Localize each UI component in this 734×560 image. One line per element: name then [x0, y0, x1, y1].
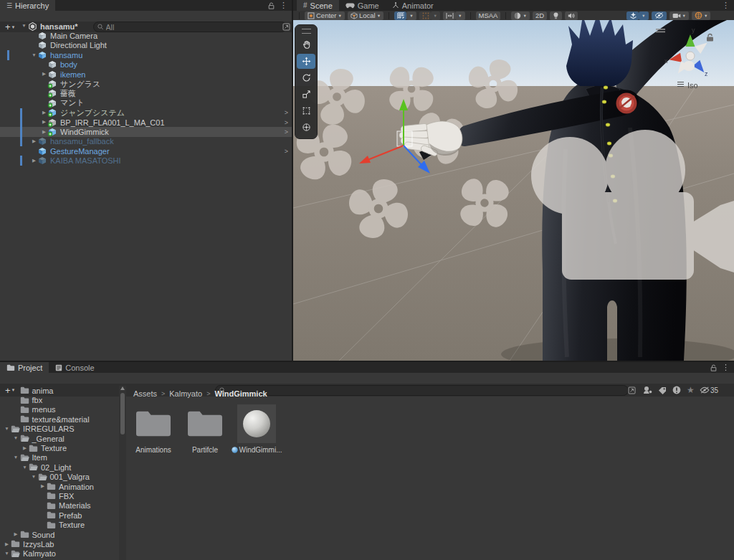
hierarchy-item-row[interactable]: ▶ikemen: [0, 70, 292, 79]
project-folder-row[interactable]: ▼02_Light: [0, 462, 119, 472]
hierarchy-item-row[interactable]: ▶KAIBA MASATOSHI: [0, 156, 292, 165]
hand-tool-button[interactable]: [297, 37, 315, 52]
scene-camera-button[interactable]: ▼: [669, 11, 689, 20]
grid-snap-button[interactable]: [394, 11, 406, 20]
hierarchy-item-row[interactable]: ▼hansamu*: [0, 22, 292, 31]
panel-menu-icon[interactable]: ⋮: [722, 364, 730, 371]
hierarchy-item-row[interactable]: ▶ジャンプシステム>: [0, 108, 292, 118]
expand-arrow-icon[interactable]: ▶: [21, 446, 29, 451]
project-folder-row[interactable]: ▶IzzysLab: [0, 539, 119, 549]
msaa-button[interactable]: MSAA: [476, 11, 501, 20]
project-folder-row[interactable]: menus: [0, 405, 119, 414]
increment-snap-button[interactable]: [419, 11, 431, 20]
project-folder-row[interactable]: ▼Kalmyato: [0, 549, 119, 559]
breadcrumb-kalmyato[interactable]: Kalmyato: [169, 389, 202, 398]
expand-arrow-icon[interactable]: ▼: [21, 465, 29, 470]
project-folder-row[interactable]: ▶Texture: [0, 443, 119, 452]
scroll-up-icon[interactable]: [120, 386, 125, 390]
transform-tool-button[interactable]: [297, 120, 315, 135]
project-folder-row[interactable]: texture&material: [0, 414, 119, 424]
breadcrumb-assets[interactable]: Assets: [133, 389, 157, 398]
tab-game[interactable]: Game: [339, 0, 386, 11]
draw-mode-button[interactable]: ▼: [511, 11, 529, 20]
scroll-thumb[interactable]: [120, 393, 125, 435]
tree-scrollbar[interactable]: [119, 386, 126, 560]
tab-scene[interactable]: # Scene: [297, 0, 339, 11]
orientation-mode-button[interactable]: Local▼: [348, 11, 383, 20]
hierarchy-item-row[interactable]: Main Camera: [0, 31, 292, 40]
breadcrumb-windgimmick[interactable]: WindGimmick: [214, 389, 267, 398]
expand-arrow-icon[interactable]: ▶: [40, 110, 48, 115]
project-folder-row[interactable]: ▼001_Valgra: [0, 473, 119, 482]
increment-snap-dropdown[interactable]: ▼: [431, 11, 440, 20]
rect-tool-button[interactable]: [297, 103, 315, 118]
tab-animator[interactable]: Animator: [386, 0, 440, 11]
hidden-objects-button[interactable]: [652, 11, 667, 20]
expand-arrow-icon[interactable]: ▶: [40, 120, 48, 125]
asset-item[interactable]: WindGimmi...: [234, 404, 279, 454]
scene-viewport[interactable]: y x z Iso: [293, 20, 734, 361]
expand-arrow-icon[interactable]: ▶: [30, 139, 38, 144]
overlay-drag-handle[interactable]: [302, 29, 311, 34]
panel-menu-icon[interactable]: ⋮: [280, 1, 287, 9]
expand-arrow-icon[interactable]: ▼: [30, 53, 38, 58]
expand-arrow-icon[interactable]: ▶: [40, 130, 48, 135]
hierarchy-item-row[interactable]: Directional Light: [0, 41, 292, 50]
scene-lighting-button[interactable]: [550, 11, 562, 20]
hierarchy-item-row[interactable]: ▼hansamu: [0, 50, 292, 60]
expand-arrow-icon[interactable]: ▼: [3, 427, 11, 432]
hierarchy-item-row[interactable]: マント: [0, 98, 292, 108]
hierarchy-item-row[interactable]: ▶WindGimmick>: [0, 127, 292, 136]
2d-mode-button[interactable]: 2D: [533, 11, 547, 20]
expand-arrow-icon[interactable]: ▼: [3, 551, 11, 556]
prefab-chevron-icon[interactable]: >: [285, 109, 292, 116]
lock-icon[interactable]: [268, 2, 275, 9]
expand-arrow-icon[interactable]: ▶: [3, 542, 11, 547]
hierarchy-item-row[interactable]: GestureManager>: [0, 146, 292, 156]
panel-menu-icon[interactable]: ⋮: [722, 1, 730, 9]
tab-project[interactable]: Project: [0, 362, 49, 373]
expand-arrow-icon[interactable]: ▶: [39, 484, 47, 489]
project-folder-row[interactable]: FBX: [0, 491, 119, 500]
scene-audio-button[interactable]: [565, 11, 578, 20]
move-snap-button[interactable]: [443, 11, 455, 20]
expand-arrow-icon[interactable]: ▶: [40, 72, 48, 77]
effects-button[interactable]: [626, 11, 639, 20]
pivot-mode-button[interactable]: Center▼: [305, 11, 345, 20]
project-folder-row[interactable]: Prefab: [0, 511, 119, 520]
scale-tool-button[interactable]: [297, 87, 315, 102]
project-folder-row[interactable]: ▶Sound: [0, 530, 119, 539]
gizmos-button[interactable]: ▼: [692, 11, 710, 20]
prefab-chevron-icon[interactable]: >: [285, 148, 292, 155]
prefab-chevron-icon[interactable]: >: [285, 128, 292, 136]
hierarchy-item-row[interactable]: ▶hansamu_fallback: [0, 137, 292, 146]
hierarchy-item-row[interactable]: ▶BP_IRR_FLA001_L_MA_C01>: [0, 118, 292, 127]
expand-arrow-icon[interactable]: ▼: [12, 436, 20, 441]
effects-dropdown[interactable]: ▼: [639, 11, 648, 20]
project-folder-row[interactable]: fbx: [0, 395, 119, 404]
project-folder-row[interactable]: ▼IRREGULARS: [0, 424, 119, 434]
expand-arrow-icon[interactable]: ▼: [30, 475, 38, 480]
project-folder-row[interactable]: anima: [0, 386, 119, 395]
project-folder-row[interactable]: ▶Animation: [0, 482, 119, 491]
hierarchy-item-row[interactable]: サングラス: [0, 79, 292, 88]
expand-arrow-icon[interactable]: ▶: [30, 158, 38, 163]
rotate-tool-button[interactable]: [297, 70, 315, 85]
lock-icon[interactable]: [710, 364, 717, 371]
project-folder-row[interactable]: ▼Item: [0, 453, 119, 462]
project-folder-row[interactable]: Materials: [0, 501, 119, 511]
tab-hierarchy[interactable]: ☰ Hierarchy: [0, 0, 55, 11]
tab-console[interactable]: Console: [49, 362, 100, 373]
grid-snap-dropdown[interactable]: ▼: [406, 11, 416, 20]
hierarchy-item-row[interactable]: body: [0, 60, 292, 70]
expand-arrow-icon[interactable]: ▼: [12, 455, 20, 460]
expand-arrow-icon[interactable]: ▼: [20, 24, 28, 29]
project-folder-row[interactable]: Texture: [0, 520, 119, 529]
move-tool-button[interactable]: [297, 54, 315, 69]
asset-item[interactable]: Animations: [131, 404, 176, 454]
prefab-chevron-icon[interactable]: >: [285, 119, 292, 126]
asset-item[interactable]: Partifcle: [183, 404, 227, 454]
hierarchy-item-row[interactable]: 薔薇: [0, 89, 292, 98]
project-folder-row[interactable]: ▼_General: [0, 434, 119, 443]
move-snap-dropdown[interactable]: ▼: [455, 11, 464, 20]
